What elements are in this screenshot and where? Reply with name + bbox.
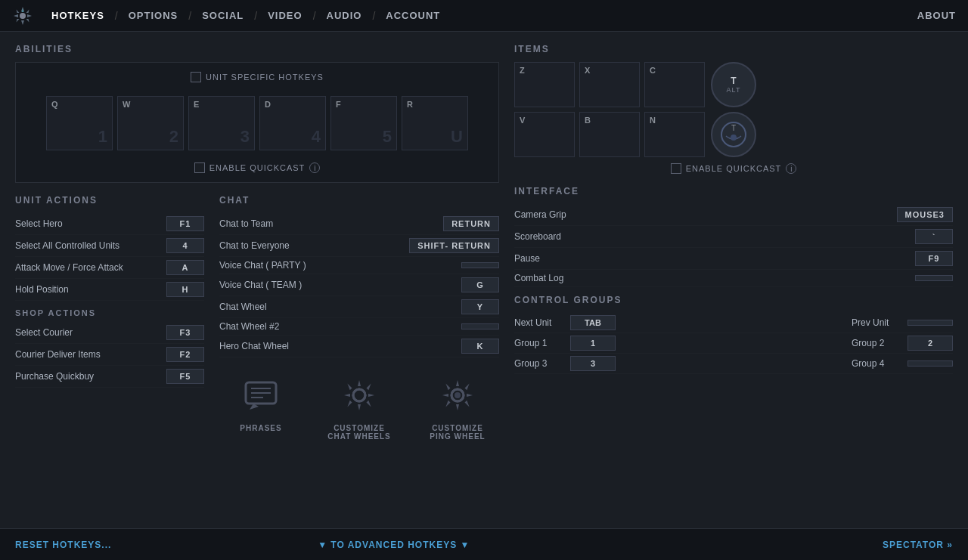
- cg-key1[interactable]: 1: [570, 336, 616, 351]
- nav-items: HOTKEYS / OPTIONS / SOCIAL / VIDEO / AUD…: [45, 7, 446, 24]
- items-quickcast-text: ENABLE QUICKCAST: [686, 164, 782, 173]
- ability-slot[interactable]: RU: [402, 96, 468, 150]
- interface-key-badge[interactable]: F9: [915, 251, 953, 266]
- ability-slots: Q1W2E3D4F5RU: [25, 90, 489, 156]
- chat-key-badge[interactable]: Y: [461, 299, 499, 314]
- ability-slot[interactable]: E3: [188, 96, 255, 150]
- item-slot[interactable]: N: [644, 112, 705, 157]
- unit-specific-checkbox[interactable]: [191, 72, 201, 82]
- svg-point-7: [353, 389, 365, 401]
- items-title: ITEMS: [514, 44, 953, 54]
- ability-slot[interactable]: Q1: [46, 96, 113, 150]
- chat-key-badge[interactable]: SHIFT- RETURN: [409, 238, 499, 253]
- quickcast-checkbox-label[interactable]: ENABLE QUICKCAST: [194, 162, 306, 173]
- interface-key-badge[interactable]: `: [915, 229, 953, 244]
- slot-num: 4: [312, 127, 321, 147]
- action-row: Select CourierF3: [15, 322, 204, 344]
- key-badge[interactable]: 4: [166, 238, 204, 253]
- cg-key2[interactable]: 2: [908, 336, 953, 351]
- nav-about[interactable]: ABOUT: [917, 10, 956, 21]
- cg-row: Next Unit TAB Prev Unit: [514, 313, 953, 333]
- items-quickcast-label[interactable]: ENABLE QUICKCAST: [671, 163, 782, 174]
- chat-key-badge[interactable]: [461, 262, 499, 268]
- slot-num: 2: [169, 127, 178, 147]
- items-quickcast-checkbox[interactable]: [671, 163, 681, 174]
- action-label: Select Courier: [15, 327, 73, 338]
- chat-action-row: Chat to EveryoneSHIFT- RETURN: [219, 235, 499, 257]
- cg-key1[interactable]: TAB: [570, 315, 616, 330]
- customize-chat-wheels-button[interactable]: CUSTOMIZECHAT WHEELS: [318, 373, 401, 441]
- key-badge[interactable]: F1: [166, 216, 204, 231]
- cg-label1: Next Unit: [514, 317, 567, 328]
- item-slot[interactable]: C: [644, 62, 705, 107]
- key-badge[interactable]: F5: [166, 369, 204, 384]
- item-slot[interactable]: V: [514, 112, 575, 157]
- action-row: Select HeroF1: [15, 213, 204, 235]
- spectator-button[interactable]: SPECTATOR »: [883, 540, 953, 550]
- interface-title: INTERFACE: [514, 186, 953, 196]
- nav-video[interactable]: VIDEO: [262, 7, 308, 24]
- customize-ping-wheel-button[interactable]: CUSTOMIZEPING WHEEL: [416, 373, 499, 441]
- chat-key-badge[interactable]: K: [461, 339, 499, 354]
- control-groups-section: CONTROL GROUPS Next Unit TAB Prev Unit G…: [514, 295, 953, 374]
- items-slots: ZXCVBN: [514, 62, 705, 157]
- item-slot[interactable]: X: [579, 62, 640, 107]
- cg-key2[interactable]: [908, 360, 953, 367]
- unit-specific-row: UNIT SPECIFIC HOTKEYS: [25, 72, 489, 82]
- slot-num: 3: [240, 127, 250, 147]
- slot-key: F: [336, 100, 341, 109]
- control-groups-title: CONTROL GROUPS: [514, 295, 953, 305]
- item-slot[interactable]: B: [579, 112, 640, 157]
- item-special-top[interactable]: T ALT: [711, 62, 756, 107]
- chat-key-badge[interactable]: RETURN: [443, 216, 499, 231]
- cg-row: Group 3 3 Group 4: [514, 354, 953, 374]
- chat-key-badge[interactable]: [461, 323, 499, 330]
- ability-slot[interactable]: F5: [330, 96, 397, 150]
- interface-key-badge[interactable]: [915, 275, 953, 281]
- item-slot-key: C: [650, 66, 656, 75]
- left-column: ABILITIES UNIT SPECIFIC HOTKEYS Q1W2E3D4…: [15, 44, 499, 441]
- shop-actions-table: Select CourierF3Courier Deliver ItemsF2P…: [15, 322, 204, 388]
- ability-slot[interactable]: D4: [259, 96, 326, 150]
- key-badge[interactable]: A: [166, 260, 204, 275]
- item-special-bottom[interactable]: T: [711, 112, 756, 157]
- chat-action-label: Chat to Team: [219, 218, 273, 229]
- interface-action-label: Scoreboard: [514, 231, 561, 242]
- interface-action-row: Combat Log: [514, 270, 953, 287]
- key-badge[interactable]: F2: [166, 347, 204, 362]
- action-label: Select Hero: [15, 218, 63, 229]
- chat-action-row: Chat WheelY: [219, 296, 499, 318]
- nav-hotkeys[interactable]: HOTKEYS: [45, 7, 110, 24]
- nav-audio[interactable]: AUDIO: [321, 7, 368, 24]
- advanced-hotkeys-button[interactable]: ▼ TO ADVANCED HOTKEYS ▼: [318, 540, 470, 550]
- quickcast-checkbox[interactable]: [194, 162, 205, 173]
- chat-key-badge[interactable]: G: [461, 277, 499, 292]
- unit-specific-checkbox-label[interactable]: UNIT SPECIFIC HOTKEYS: [191, 72, 324, 82]
- chat-action-row: Hero Chat WheelK: [219, 336, 499, 357]
- item-slot[interactable]: Z: [514, 62, 575, 107]
- item-special-top-mod: ALT: [727, 86, 741, 94]
- item-slot-key: B: [585, 116, 591, 125]
- chat-section: CHAT Chat to TeamRETURNChat to EveryoneS…: [219, 195, 499, 441]
- chat-action-row: Chat to TeamRETURN: [219, 213, 499, 235]
- items-quickcast-info-icon[interactable]: i: [786, 163, 796, 174]
- slot-key: R: [407, 100, 413, 109]
- interface-key-badge[interactable]: MOUSE3: [897, 207, 953, 222]
- quickcast-label: ENABLE QUICKCAST: [209, 163, 306, 172]
- phrases-label: PHRASES: [240, 424, 281, 432]
- nav-options[interactable]: OPTIONS: [123, 7, 185, 24]
- unit-actions-title: UNIT ACTIONS: [15, 195, 204, 206]
- reset-hotkeys-button[interactable]: RESET HOTKEYS...: [15, 540, 111, 550]
- phrases-button[interactable]: PHRASES: [219, 373, 302, 441]
- action-label: Courier Deliver Items: [15, 349, 101, 360]
- key-badge[interactable]: F3: [166, 325, 204, 340]
- nav-social[interactable]: SOCIAL: [196, 7, 250, 24]
- cg-key1[interactable]: 3: [570, 356, 616, 371]
- quickcast-info-icon[interactable]: i: [309, 162, 320, 173]
- key-badge[interactable]: H: [166, 282, 204, 297]
- ability-slot[interactable]: W2: [117, 96, 184, 150]
- items-quickcast-row: ENABLE QUICKCAST i: [514, 163, 953, 174]
- cg-key2[interactable]: [908, 320, 953, 326]
- nav-account[interactable]: ACCOUNT: [380, 7, 446, 24]
- action-label: Select All Controlled Units: [15, 240, 119, 251]
